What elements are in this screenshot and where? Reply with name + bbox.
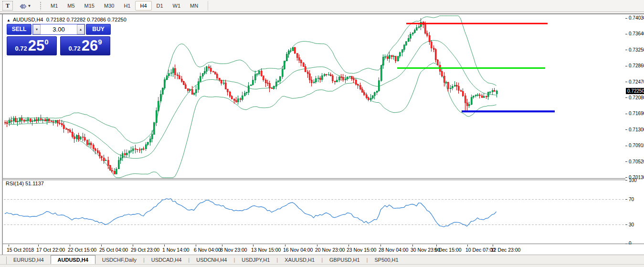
candle-body xyxy=(376,91,378,92)
volume-decrease-button[interactable]: ▼ xyxy=(33,24,41,34)
collapse-triangle-icon: ▲ xyxy=(7,18,11,22)
candle-body xyxy=(483,96,485,97)
price-axis[interactable]: 0.740300.736400.732500.728600.724700.720… xyxy=(625,14,644,244)
candle-body xyxy=(353,79,354,80)
timeframe-button-h4[interactable]: H4 xyxy=(135,1,151,11)
candle-body xyxy=(267,83,268,84)
sell-button[interactable]: SELL xyxy=(7,24,32,35)
tab-usdchf-daily[interactable]: USDCHF,Daily xyxy=(95,256,143,264)
tab-sp500-h1[interactable]: SP500,H1 xyxy=(368,256,405,264)
candle-body xyxy=(307,72,308,74)
candle-body xyxy=(189,89,190,90)
tab-audusd-h4[interactable]: AUDUSD,H4 xyxy=(51,255,95,264)
price-tick xyxy=(625,129,627,130)
timeframe-button-m1[interactable]: M1 xyxy=(46,1,63,11)
time-axis-label: 8 Nov 23:00 xyxy=(220,247,247,253)
timeframe-button-h1[interactable]: H1 xyxy=(119,1,135,11)
candle-body xyxy=(368,98,369,100)
candle-body xyxy=(84,138,85,140)
price-axis-label: 0.73250 xyxy=(629,47,644,53)
timeframe-button-mn[interactable]: MN xyxy=(185,1,203,11)
buy-price-big: 26 xyxy=(82,37,98,54)
price-axis-label: 0.74030 xyxy=(629,15,644,21)
candle-body xyxy=(277,81,279,82)
candle-body xyxy=(456,85,457,86)
candle-body xyxy=(265,80,266,83)
candle-body xyxy=(263,76,264,80)
candle-body xyxy=(492,90,493,92)
timeframe-button-m30[interactable]: M30 xyxy=(99,1,119,11)
candle-body xyxy=(326,75,327,75)
candle-body xyxy=(237,99,239,102)
rsi-axis-label: 100 xyxy=(629,178,637,183)
timeframe-button-d1[interactable]: D1 xyxy=(152,1,168,11)
candle-body xyxy=(78,135,79,139)
candle-body xyxy=(179,75,180,79)
candle-body xyxy=(139,150,140,150)
candle-body xyxy=(229,92,231,96)
candle-body xyxy=(128,151,130,153)
tab-usdjpy-h1[interactable]: USDJPY,H1 xyxy=(235,256,276,264)
rsi-axis-label: 70 xyxy=(629,197,634,202)
candle-body xyxy=(248,85,249,92)
volume-input[interactable] xyxy=(41,24,77,34)
time-axis-label: 15 Oct 2018 xyxy=(7,247,34,253)
price-axis-label: 0.70910 xyxy=(629,143,644,148)
terminal-window: T ▼ M1M5M15M30H1H4D1W1MN ▲AUDUSD,H4 0.72… xyxy=(0,0,644,267)
buy-button[interactable]: BUY xyxy=(86,24,111,35)
tab-xauusd-h1[interactable]: XAUUSD,H1 xyxy=(278,256,321,264)
time-tick xyxy=(196,245,196,246)
candle-body xyxy=(363,92,365,95)
price-axis-label: 0.71300 xyxy=(629,127,644,132)
candle-body xyxy=(435,50,436,60)
candle-body xyxy=(72,132,73,137)
candle-body xyxy=(321,75,323,80)
buy-price-pip: 9 xyxy=(98,38,102,46)
timeframe-button-w1[interactable]: W1 xyxy=(168,1,186,11)
candle-body xyxy=(370,98,371,99)
time-tick xyxy=(348,245,349,246)
toolbar-grip[interactable] xyxy=(40,1,42,10)
candle-body xyxy=(132,149,134,150)
candle-body xyxy=(95,149,96,150)
candle-body xyxy=(38,118,39,121)
time-axis-label: 20 Nov 23:00 xyxy=(315,247,345,253)
candle-body xyxy=(254,75,256,80)
candle-body xyxy=(30,118,31,122)
candle-body xyxy=(426,33,428,36)
candle-body xyxy=(120,158,121,160)
candle-body xyxy=(374,93,375,96)
buy-price-button[interactable]: 0.72 26 9 xyxy=(60,36,110,55)
rsi-tick xyxy=(625,244,627,244)
timeframe-button-m15[interactable]: M15 xyxy=(80,1,99,11)
candle-body xyxy=(275,82,277,86)
candle-body xyxy=(135,149,136,150)
candle-body xyxy=(17,121,18,122)
candle-body xyxy=(107,160,109,166)
time-axis-label: 28 Nov 04:00 xyxy=(379,247,408,253)
tab-eurusd-h4[interactable]: EURUSD,H4 xyxy=(7,256,51,264)
pane-splitter[interactable] xyxy=(3,178,644,180)
tab-usdcnh-h4[interactable]: USDCNH,H4 xyxy=(190,256,233,264)
candle-body xyxy=(174,68,176,75)
candle-body xyxy=(380,65,382,81)
sell-price-button[interactable]: 0.72 25 0 xyxy=(7,36,57,55)
candle-body xyxy=(55,120,56,122)
styles-dropdown-button[interactable]: ▼ xyxy=(18,1,34,11)
candle-body xyxy=(324,75,325,75)
price-axis-label: 0.70520 xyxy=(629,159,644,164)
candle-body xyxy=(198,82,199,89)
tab-gbpusd-h1[interactable]: GBPUSD,H1 xyxy=(323,256,367,264)
rsi-indicator-label: RSI(14) 51.1137 xyxy=(6,181,44,186)
tab-usdcad-h4[interactable]: USDCAD,H4 xyxy=(145,256,189,264)
candle-body xyxy=(11,120,12,121)
timeframe-button-m5[interactable]: M5 xyxy=(63,1,79,11)
double-diamond-icon xyxy=(21,2,26,10)
candle-body xyxy=(122,153,123,158)
candle-body xyxy=(240,99,241,99)
time-axis[interactable]: 15 Oct 201817 Oct 22:0022 Oct 15:0025 Oc… xyxy=(3,245,644,255)
text-tool-button[interactable]: T xyxy=(2,1,13,11)
candle-body xyxy=(384,57,386,57)
volume-increase-button[interactable]: ▲ xyxy=(77,24,84,34)
candle-body xyxy=(74,137,75,139)
